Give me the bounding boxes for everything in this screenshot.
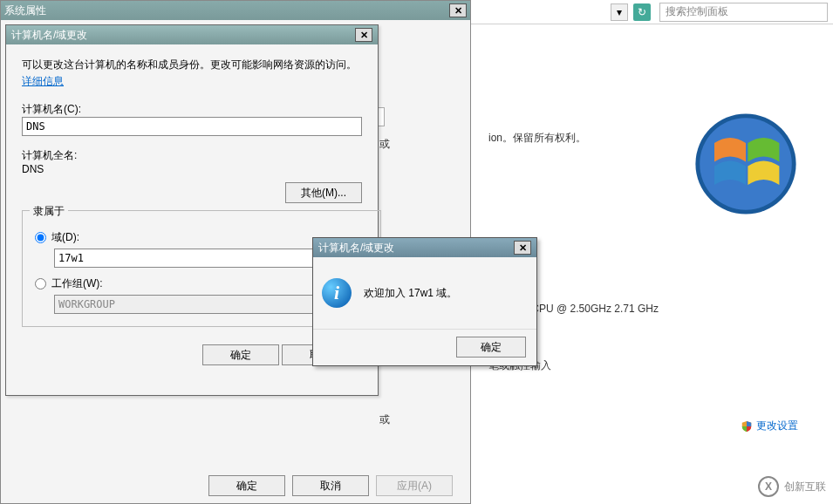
- watermark: X 创新互联: [758, 476, 826, 497]
- full-name-label: 计算机全名:: [22, 148, 362, 163]
- msgbox-titlebar: 计算机名/域更改 ✕: [313, 238, 536, 257]
- help-text: 可以更改这台计算机的名称和成员身份。更改可能影响网络资源的访问。 详细信息: [22, 57, 362, 90]
- shield-icon: [741, 420, 753, 432]
- windows-logo-icon: [693, 112, 798, 216]
- partial-text-or2: 或: [379, 412, 390, 427]
- close-icon[interactable]: ✕: [449, 3, 467, 17]
- computer-name-label: 计算机名(C):: [22, 102, 362, 117]
- msgbox-message: 欢迎加入 17w1 域。: [364, 286, 457, 301]
- sysprops-cancel-button[interactable]: 取消: [292, 475, 369, 496]
- domain-change-titlebar: 计算机名/域更改 ✕: [6, 25, 378, 44]
- domain-radio-label: 域(D):: [51, 230, 79, 245]
- more-info-link[interactable]: 详细信息: [22, 75, 64, 87]
- refresh-icon[interactable]: ↻: [633, 3, 651, 21]
- partial-text-or: 或: [379, 137, 390, 152]
- member-of-legend: 隶属于: [30, 204, 68, 219]
- workgroup-radio-label: 工作组(W):: [51, 276, 103, 291]
- computer-name-input[interactable]: [22, 117, 362, 136]
- sysprops-title: 系统属性: [4, 3, 46, 18]
- domain-radio[interactable]: [35, 232, 46, 243]
- other-button[interactable]: 其他(M)...: [285, 182, 362, 203]
- sysprops-apply-button: 应用(A): [376, 475, 453, 496]
- domain-change-ok-button[interactable]: 确定: [202, 344, 279, 365]
- svg-point-1: [700, 118, 792, 210]
- sysprops-ok-button[interactable]: 确定: [208, 475, 285, 496]
- watermark-logo-icon: X: [758, 476, 779, 497]
- sysprops-titlebar: 系统属性 ✕: [1, 1, 470, 20]
- watermark-text: 创新互联: [784, 480, 826, 494]
- control-panel-addressbar: ▾ ↻ 搜索控制面板: [471, 0, 833, 24]
- workgroup-radio[interactable]: [35, 278, 46, 289]
- dropdown-arrow-icon[interactable]: ▾: [611, 3, 628, 21]
- welcome-message-box: 计算机名/域更改 ✕ i 欢迎加入 17w1 域。 确定: [312, 237, 537, 366]
- change-settings-link[interactable]: 更改设置: [741, 419, 798, 433]
- search-input[interactable]: 搜索控制面板: [659, 3, 828, 22]
- full-name-value: DNS: [22, 163, 362, 175]
- touch-info-text: 笔或触控输入: [488, 358, 816, 373]
- info-icon: i: [322, 278, 352, 308]
- cpu-info-text: 5-7200U CPU @ 2.50GHz 2.71 GHz: [488, 303, 816, 315]
- msgbox-title: 计算机名/域更改: [318, 241, 394, 255]
- close-icon[interactable]: ✕: [355, 28, 372, 42]
- msgbox-ok-button[interactable]: 确定: [456, 337, 526, 358]
- domain-change-title: 计算机名/域更改: [11, 28, 87, 43]
- close-icon[interactable]: ✕: [514, 241, 531, 255]
